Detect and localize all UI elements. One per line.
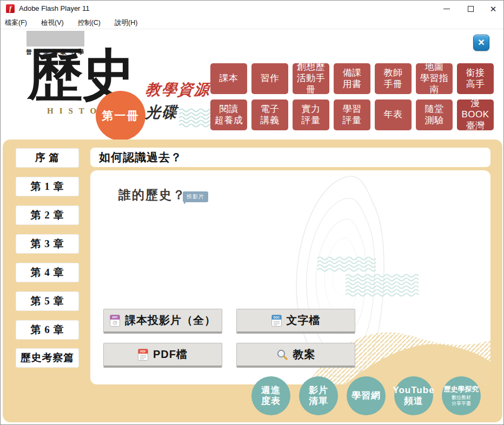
minimize-icon[interactable]	[437, 1, 456, 17]
top-menu-button[interactable]: 習作	[251, 63, 288, 94]
hills-decoration	[242, 287, 490, 384]
resource-button-label: 教案	[293, 347, 316, 362]
resource-button-0[interactable]: PPT課本投影片（全）	[103, 309, 222, 334]
menu-item[interactable]: 檢視(V)	[41, 18, 71, 28]
footer-circle-2[interactable]: 學習網	[347, 376, 386, 415]
close-icon[interactable]: ✕	[484, 1, 502, 17]
slides-badge: 投影片	[183, 191, 208, 202]
section-header: 如何認識過去？	[90, 148, 490, 167]
top-button-grid: 課本習作創想歷 活動手冊備課 用書教師 手冊地圖 學習指南銜接 高手閱讀 超養成…	[210, 63, 494, 130]
svg-text:PDF: PDF	[140, 350, 145, 353]
sidebar-item-4[interactable]: 第 4 章	[16, 263, 79, 282]
ppt-file-icon: PPT	[110, 315, 120, 327]
footer-circle-3[interactable]: YouTube 頻道	[394, 376, 433, 415]
circle-sublabel: 數位教材 分享平臺	[452, 395, 471, 407]
footer-circle-0[interactable]: 週進 度表	[251, 376, 290, 415]
resource-button-label: 課本投影片（全）	[125, 313, 216, 328]
circle-label: 歷史學探究	[444, 385, 479, 394]
sidebar-item-6[interactable]: 第 6 章	[16, 320, 79, 340]
menu-item[interactable]: 控制(C)	[78, 18, 108, 28]
resource-button-1[interactable]: DOC文字檔	[236, 309, 355, 334]
wave-pattern-decoration	[346, 273, 420, 300]
top-menu-button[interactable]: 年表	[375, 99, 412, 130]
app-close-button[interactable]: ✕	[473, 35, 489, 51]
flash-player-window: f Adobe Flash Player 11 ✕ 檔案(F)檢視(V)控制(C…	[0, 0, 504, 425]
circle-label: 週進 度表	[261, 385, 281, 407]
sidebar-item-0[interactable]: 序 篇	[16, 148, 79, 168]
sidebar-item-2[interactable]: 第 2 章	[16, 205, 79, 225]
footer-circle-4[interactable]: 歷史學探究數位教材 分享平臺	[442, 376, 481, 415]
doc-file-icon: DOC	[271, 315, 282, 327]
circle-label: 學習網	[352, 390, 381, 401]
sidebar-item-5[interactable]: 第 5 章	[16, 291, 79, 311]
footer-circle-1[interactable]: 影片 清單	[299, 376, 338, 415]
top-menu-button[interactable]: 課本	[210, 63, 247, 94]
resource-text: 教學資源	[145, 79, 211, 100]
top-menu-button[interactable]: 實力 評量	[293, 99, 329, 130]
main-panel: 如何認識過去？	[3, 140, 502, 422]
sidebar-item-7[interactable]: 歷史考察篇	[16, 348, 79, 368]
flash-app-icon: f	[6, 4, 15, 13]
menu-item[interactable]: 說明(H)	[115, 18, 144, 28]
magnifier-icon	[276, 349, 288, 361]
top-menu-button[interactable]: 學習 評量	[334, 99, 370, 130]
window-title: Adobe Flash Player 11	[19, 4, 90, 12]
resource-button-label: 文字檔	[287, 313, 321, 328]
top-menu-button[interactable]: 備課 用書	[334, 63, 370, 94]
top-menu-button[interactable]: 銜接 高手	[457, 63, 494, 94]
menu-item[interactable]: 檔案(F)	[5, 18, 34, 28]
pdf-file-icon: PDF	[138, 349, 148, 361]
resource-button-label: PDF檔	[153, 347, 188, 362]
wave-pattern-decoration	[317, 256, 377, 273]
resource-button-2[interactable]: PDFPDF檔	[103, 343, 222, 368]
disc-text: 光碟	[145, 102, 179, 123]
svg-text:PPT: PPT	[112, 316, 118, 319]
svg-text:DOC: DOC	[273, 316, 280, 319]
top-menu-button[interactable]: 教師 手冊	[375, 63, 412, 94]
menu-bar: 檔案(F)檢視(V)控制(C)說明(H)	[1, 17, 503, 29]
top-menu-button[interactable]: 閱讀 超養成	[210, 99, 247, 130]
content-panel: 誰的歷史？ 投影片 PPT課本投影片（全）DOC文字檔PDFPDF檔教案	[90, 170, 490, 384]
top-menu-button[interactable]: 電子 講義	[251, 99, 288, 130]
top-menu-button[interactable]: 地圖 學習指南	[416, 63, 453, 94]
maximize-icon[interactable]	[461, 1, 480, 17]
section-title: 如何認識過去？	[90, 150, 182, 165]
sidebar-item-3[interactable]: 第 3 章	[16, 234, 79, 254]
top-menu-button[interactable]: 隨堂 測驗	[416, 99, 453, 130]
sidebar-item-1[interactable]: 第 1 章	[16, 177, 79, 196]
topic-title: 誰的歷史？	[118, 187, 186, 203]
resource-button-3[interactable]: 教案	[236, 343, 355, 368]
volume-badge: 第一冊	[96, 91, 145, 141]
circle-label: 影片 清單	[309, 385, 328, 407]
circle-label: YouTube 頻道	[393, 385, 434, 407]
top-menu-button[interactable]: 漫BOOK 臺灣	[457, 99, 494, 130]
top-menu-button[interactable]: 創想歷 活動手冊	[293, 63, 329, 94]
window-titlebar: f Adobe Flash Player 11 ✕	[1, 1, 503, 17]
